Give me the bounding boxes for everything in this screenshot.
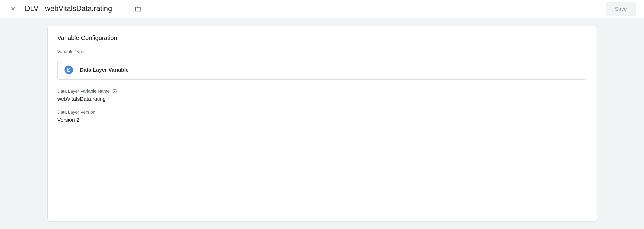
variable-type-label: Variable Type <box>58 49 587 54</box>
variable-type-value: Data Layer Variable <box>80 67 129 73</box>
close-icon <box>10 6 16 12</box>
dlv-version-value: Version 2 <box>58 117 587 123</box>
close-button[interactable] <box>8 4 18 14</box>
section-title: Variable Configuration <box>58 34 587 41</box>
variable-type-selector[interactable]: Data Layer Variable <box>58 60 587 80</box>
save-button[interactable]: Save <box>606 2 636 16</box>
document-icon <box>64 66 73 74</box>
dlv-name-field: Data Layer Variable Name webVitalsData.r… <box>58 88 587 102</box>
help-icon[interactable] <box>112 89 117 94</box>
dlv-name-label-text: Data Layer Variable Name <box>58 88 110 94</box>
dlv-version-label: Data Layer Version <box>58 110 587 115</box>
config-card: Variable Configuration Variable Type Dat… <box>48 26 597 222</box>
dlv-name-label: Data Layer Variable Name <box>58 88 587 94</box>
dlv-name-value: webVitalsData.rating <box>58 96 587 102</box>
folder-icon[interactable] <box>135 6 142 12</box>
variable-name-input[interactable] <box>24 3 130 15</box>
header-bar: Save <box>0 0 644 18</box>
content-area: Variable Configuration Variable Type Dat… <box>0 18 644 229</box>
dlv-version-field: Data Layer Version Version 2 <box>58 110 587 123</box>
